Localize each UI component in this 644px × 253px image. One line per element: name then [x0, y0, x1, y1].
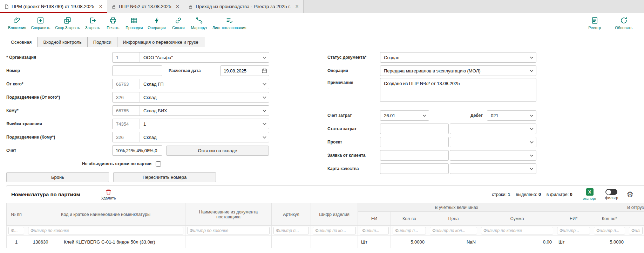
form-tab-main[interactable]: Основная — [5, 37, 38, 47]
form-tab-signatures[interactable]: Подписи — [87, 37, 117, 47]
table-row[interactable]: 1 138630 Клей KLEYBERG С-01-1 бидон 50л … — [7, 236, 644, 248]
cell-code: 138630 — [29, 236, 60, 248]
quality-card-code-input[interactable] — [380, 163, 449, 174]
close-button[interactable]: Закрыть — [82, 16, 103, 30]
to-select[interactable]: 66765 Склад БИХ — [112, 105, 269, 116]
organization-select[interactable]: 1 ООО "Альфа" — [112, 52, 269, 63]
save-close-button[interactable]: Сохр.Закрыть — [53, 16, 82, 30]
col-header-qty-ship[interactable]: Кол-во* — [592, 212, 627, 226]
nomenclature-grid-panel: Номенклатура по партиям Удалить строки: … — [6, 185, 644, 253]
cell-article — [272, 236, 311, 248]
client-request-code-input[interactable] — [380, 150, 449, 161]
col-header-extra[interactable] — [627, 212, 644, 226]
no-merge-label: Не объединять строки по партии — [82, 161, 151, 166]
from-select[interactable]: 66763 Склад ГП — [112, 79, 269, 89]
toggle-switch-icon[interactable] — [605, 189, 617, 195]
filter-toggle[interactable]: фильтр — [605, 189, 618, 200]
note-label: Примечание — [327, 78, 380, 85]
col-header-total[interactable]: Сумма — [479, 212, 555, 226]
client-request-label: Заявка от клиента — [327, 153, 380, 158]
paperclip-icon — [13, 16, 21, 24]
operation-select[interactable]: Передача материалов в эксплуатацию (МОЛ) — [380, 65, 536, 76]
number-input[interactable] — [112, 65, 162, 76]
calendar-icon[interactable] — [260, 68, 269, 73]
client-request-select[interactable] — [450, 150, 536, 161]
project-select[interactable] — [450, 137, 536, 147]
col-header-code-name[interactable]: Код и краткое наименование номенклатуры — [26, 203, 185, 226]
filter-input-product-code[interactable] — [313, 227, 356, 234]
recalc-numbers-button[interactable]: Пересчитать номера — [113, 172, 216, 182]
chain-icon — [174, 16, 182, 24]
col-header-unit-ship[interactable]: ЕИ* — [555, 212, 592, 226]
cell-extra — [627, 236, 644, 248]
cost-item-select[interactable] — [450, 124, 536, 134]
refresh-button[interactable]: Обновить — [612, 16, 635, 30]
postings-button[interactable]: Проводки — [123, 16, 145, 30]
col-header-num[interactable]: № пп — [7, 203, 26, 226]
col-header-article[interactable]: Артикул — [272, 203, 311, 226]
rows-count: 1 — [508, 192, 510, 197]
filter-input-total[interactable] — [481, 227, 553, 234]
filter-input-price[interactable] — [430, 227, 477, 234]
form-tab-input-control[interactable]: Входной контроль — [37, 37, 87, 47]
attachments-button[interactable]: Вложения — [6, 16, 29, 30]
close-tab-icon[interactable]: × — [295, 4, 298, 9]
filter-input-qty[interactable] — [393, 227, 426, 234]
tab-document-ppr[interactable]: ППР №52 от 13.08.2025 × — [107, 0, 184, 13]
cell-product-code — [311, 236, 358, 248]
filter-input-code-name[interactable] — [28, 227, 183, 234]
calc-date-field[interactable] — [220, 65, 269, 76]
cost-account-select[interactable]: 26.01 — [380, 110, 429, 121]
filter-input-num[interactable] — [8, 227, 24, 234]
tab-document-prm[interactable]: ПРМ (проект №138790) от 19.08.2025 × — [0, 0, 107, 13]
status-select[interactable]: Создан — [380, 52, 536, 63]
dept-to-select[interactable]: 326 Склад — [112, 132, 269, 142]
quality-card-select[interactable] — [450, 163, 536, 174]
filter-input-unit[interactable] — [360, 227, 389, 234]
close-tab-icon[interactable]: × — [176, 4, 179, 9]
filter-input-supplier-name[interactable] — [187, 227, 270, 234]
col-header-supplier-name[interactable]: Наименование из документа поставщика — [185, 203, 272, 226]
chevron-down-icon — [260, 136, 269, 139]
dept-from-select[interactable]: 326 Склад — [112, 92, 269, 103]
project-code-input[interactable] — [380, 137, 449, 147]
cell-num: 1 — [7, 236, 26, 248]
links-button[interactable]: Связки — [168, 16, 189, 30]
grid-title: Номенклатура по партиям — [11, 191, 80, 197]
tab-registry[interactable]: Приход из производства - Реестр за 2025 … — [184, 0, 304, 13]
no-merge-checkbox[interactable] — [156, 161, 161, 167]
note-textarea[interactable]: Создано из ППР №52 от 13.08.2025 — [380, 78, 536, 102]
save-button[interactable]: Сохранить — [29, 16, 53, 30]
gear-icon[interactable]: ⚙ — [626, 191, 633, 198]
checklist-icon — [225, 16, 233, 24]
form-tab-carrier-info[interactable]: Информация о перевозчике и грузе — [117, 37, 204, 47]
reserve-button[interactable]: Бронь — [6, 172, 109, 182]
stock-balance-button[interactable]: Остатки на складе — [166, 146, 269, 156]
col-header-price[interactable]: Цена — [428, 212, 479, 226]
close-tab-icon[interactable]: × — [99, 4, 102, 9]
export-button[interactable]: X экспорт — [583, 188, 597, 201]
account-input[interactable] — [112, 145, 162, 156]
filter-input-qty-ship[interactable] — [594, 227, 625, 234]
cell-qty: 5.0000 — [391, 236, 428, 248]
active-tab-underline — [0, 12, 107, 13]
approval-sheet-button[interactable]: Лист согласования — [210, 16, 249, 30]
cell-code-name: 138630 Клей KLEYBERG С-01-1 бидон 50л (3… — [26, 236, 185, 248]
col-header-qty[interactable]: Кол-во — [391, 212, 428, 226]
storage-cell-select[interactable]: 74354 1 — [112, 119, 269, 129]
route-button[interactable]: Маршрут — [189, 16, 210, 30]
filter-input-unit-ship[interactable] — [557, 227, 590, 234]
filter-input-extra[interactable] — [629, 227, 643, 234]
operations-button[interactable]: Операции — [145, 16, 168, 30]
col-header-product-code[interactable]: Шифр изделия — [311, 203, 358, 226]
cell-price: NaN — [428, 236, 479, 248]
col-header-unit[interactable]: ЕИ — [358, 212, 391, 226]
calc-date-label: Расчетная дата — [169, 68, 201, 73]
calc-date-input[interactable] — [221, 68, 260, 73]
print-button[interactable]: Печать — [103, 16, 123, 30]
debit-select[interactable]: 021 — [487, 110, 536, 121]
delete-row-button[interactable]: Удалить — [101, 189, 116, 200]
filter-input-article[interactable] — [273, 227, 309, 234]
registry-button[interactable]: Реестр — [584, 16, 605, 30]
cost-item-code-input[interactable] — [380, 124, 449, 134]
